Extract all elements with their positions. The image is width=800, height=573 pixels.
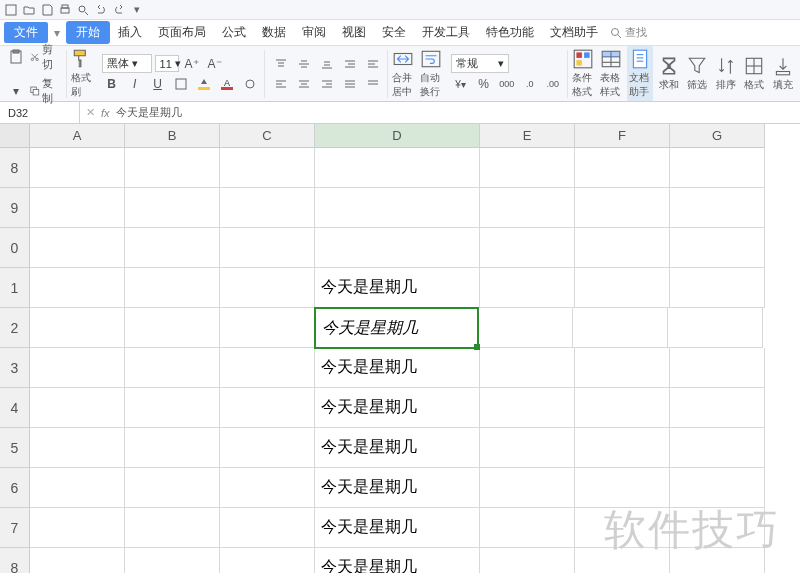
align-right-icon[interactable] (317, 75, 337, 93)
chevron-down-icon[interactable]: ▾ (54, 26, 60, 40)
cell[interactable]: 今天是星期几 (315, 268, 480, 308)
cell[interactable]: 今天是星期几 (315, 548, 480, 573)
search-box[interactable]: 查找 (610, 25, 647, 40)
cell[interactable] (125, 348, 220, 388)
tab-page-layout[interactable]: 页面布局 (150, 22, 214, 43)
cell-reference-box[interactable]: D32 (0, 102, 80, 123)
cell[interactable] (480, 188, 575, 228)
cell[interactable] (125, 268, 220, 308)
align-top-icon[interactable] (271, 55, 291, 73)
open-icon[interactable] (22, 3, 36, 17)
cancel-icon[interactable]: ✕ (86, 106, 95, 119)
merge-center-button[interactable]: 合并居中 (390, 46, 417, 101)
align-left-icon[interactable] (271, 75, 291, 93)
tab-start[interactable]: 开始 (66, 21, 110, 44)
cell[interactable] (315, 188, 480, 228)
row-header[interactable]: 1 (0, 268, 30, 308)
justify-icon[interactable] (340, 75, 360, 93)
paste-icon[interactable] (8, 48, 24, 66)
row-header[interactable]: 6 (0, 468, 30, 508)
cell[interactable] (125, 508, 220, 548)
caret-down-icon[interactable]: ▾ (8, 82, 24, 100)
cell[interactable] (670, 388, 765, 428)
cell[interactable] (30, 268, 125, 308)
cell[interactable] (575, 268, 670, 308)
undo-icon[interactable] (94, 3, 108, 17)
tab-view[interactable]: 视图 (334, 22, 374, 43)
row-header[interactable]: 3 (0, 348, 30, 388)
increase-font-icon[interactable]: A⁺ (182, 55, 202, 73)
cell[interactable] (575, 188, 670, 228)
cell[interactable] (480, 148, 575, 188)
col-header[interactable]: E (480, 124, 575, 148)
cell[interactable] (480, 388, 575, 428)
cell[interactable] (480, 548, 575, 573)
cell[interactable] (30, 148, 125, 188)
border-button[interactable] (171, 75, 191, 93)
col-header[interactable]: F (575, 124, 670, 148)
doc-assist-button[interactable]: 文档助手 (627, 46, 654, 101)
italic-button[interactable]: I (125, 75, 145, 93)
cell[interactable] (125, 428, 220, 468)
col-header[interactable]: D (315, 124, 480, 148)
decimal-inc-icon[interactable]: .0 (520, 75, 540, 93)
sort-button[interactable]: 排序 (712, 53, 739, 94)
table-style-button[interactable]: 表格样式 (598, 46, 625, 101)
cell[interactable] (30, 348, 125, 388)
cell[interactable] (30, 228, 125, 268)
tab-doc-assist[interactable]: 文档助手 (542, 22, 606, 43)
col-header[interactable]: G (670, 124, 765, 148)
bold-button[interactable]: B (102, 75, 122, 93)
cell[interactable] (30, 508, 125, 548)
cell[interactable] (125, 388, 220, 428)
cell[interactable] (220, 388, 315, 428)
cell[interactable] (480, 468, 575, 508)
cell[interactable] (125, 468, 220, 508)
cell[interactable] (670, 148, 765, 188)
format-painter-button[interactable]: 格式刷 (69, 46, 96, 101)
align-middle-icon[interactable] (294, 55, 314, 73)
fill-handle[interactable] (474, 344, 480, 350)
cell[interactable] (220, 228, 315, 268)
align-center-icon[interactable] (294, 75, 314, 93)
cell[interactable] (668, 308, 763, 348)
tab-data[interactable]: 数据 (254, 22, 294, 43)
format-button[interactable]: 格式 (741, 53, 768, 94)
cell[interactable] (480, 268, 575, 308)
cell[interactable] (125, 188, 220, 228)
decimal-dec-icon[interactable]: .00 (543, 75, 563, 93)
font-name-select[interactable]: 黑体▾ (102, 54, 152, 73)
cell[interactable] (220, 308, 315, 348)
cell[interactable] (575, 428, 670, 468)
row-header[interactable]: 5 (0, 428, 30, 468)
cell[interactable] (30, 548, 125, 573)
cell[interactable]: 今天是星期几 (315, 508, 480, 548)
cell[interactable] (478, 308, 573, 348)
redo-icon[interactable] (112, 3, 126, 17)
row-header[interactable]: 2 (0, 308, 30, 348)
cell[interactable] (30, 188, 125, 228)
cell[interactable] (575, 548, 670, 573)
cell[interactable] (30, 308, 125, 348)
cell[interactable]: 今天是星期几 (315, 428, 480, 468)
cell[interactable] (670, 348, 765, 388)
print-icon[interactable] (58, 3, 72, 17)
cell[interactable] (670, 228, 765, 268)
cell[interactable] (220, 268, 315, 308)
cell[interactable] (573, 308, 668, 348)
cell[interactable] (30, 428, 125, 468)
cell[interactable] (480, 508, 575, 548)
cell[interactable] (220, 188, 315, 228)
row-header[interactable]: 8 (0, 548, 30, 573)
cell[interactable] (30, 468, 125, 508)
number-format-select[interactable]: 常规▾ (451, 54, 509, 73)
cell[interactable] (480, 348, 575, 388)
cell[interactable] (670, 428, 765, 468)
tab-insert[interactable]: 插入 (110, 22, 150, 43)
cell[interactable]: 今天是星期几 (315, 348, 480, 388)
tab-features[interactable]: 特色功能 (478, 22, 542, 43)
row-header[interactable]: 8 (0, 148, 30, 188)
col-header[interactable]: B (125, 124, 220, 148)
tab-security[interactable]: 安全 (374, 22, 414, 43)
tab-dev-tools[interactable]: 开发工具 (414, 22, 478, 43)
